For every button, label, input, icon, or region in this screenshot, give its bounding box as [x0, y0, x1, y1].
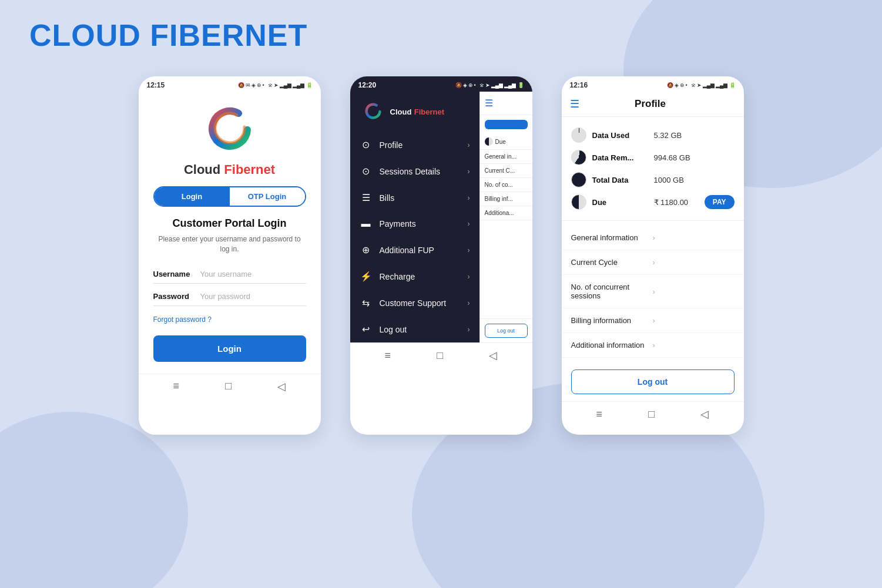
arrow-additional-info: ›	[653, 341, 735, 350]
peek-blue-btn[interactable]	[485, 120, 528, 129]
stat-value-due: ₹ 1180.00	[654, 198, 699, 207]
menu-item-current-cycle[interactable]: Current Cycle ›	[562, 250, 744, 275]
menu-arrow-fup: ›	[468, 246, 470, 254]
menu-arrow-profile: ›	[468, 141, 470, 149]
logout-icon: ↩	[360, 324, 373, 335]
peek-additional-row[interactable]: Additiona...	[480, 206, 532, 220]
menu-brand: Cloud Fibernet	[390, 106, 445, 117]
data-stats: Data Used 5.32 GB Data Rem... 994.68 GB …	[562, 117, 744, 221]
menu-label-payments: Payments	[380, 219, 461, 229]
tab-otp-login[interactable]: OTP Login	[230, 187, 305, 206]
menu-arrow-support: ›	[468, 299, 470, 307]
menu-item-concurrent-sessions[interactable]: No. of concurrent sessions ›	[562, 275, 744, 308]
fup-icon: ⊕	[360, 244, 373, 256]
bills-icon: ☰	[360, 192, 373, 203]
menu-item-payments[interactable]: ▬ Payments ›	[350, 211, 479, 237]
username-input[interactable]: Your username	[200, 270, 252, 278]
menu-arrow-bills: ›	[468, 194, 470, 202]
stat-label-due: Due	[592, 198, 648, 207]
password-input[interactable]: Your password	[200, 292, 251, 301]
label-additional-info: Additional information	[571, 341, 653, 350]
login-button[interactable]: Login	[153, 335, 306, 362]
menu-label-fup: Additional FUP	[380, 246, 461, 255]
nav-back-2[interactable]: ◁	[489, 349, 497, 362]
menu-logo-area: Cloud Fibernet	[350, 92, 479, 132]
status-icons-2: 🔕◈⊕• ※➤ ▂▄▆▂▄▆🔋	[455, 82, 524, 88]
nav-menu-1[interactable]: ≡	[173, 380, 180, 392]
stat-row-due: Due ₹ 1180.00 PAY	[571, 191, 735, 213]
pay-button[interactable]: PAY	[705, 195, 735, 209]
stat-value-used: 5.32 GB	[654, 131, 735, 140]
phone-profile: 12:16 🔕◈⊕• ※➤ ▂▄▆▂▄▆🔋 ☰ Profile Data Use…	[562, 76, 744, 435]
peek-logout-btn[interactable]: Log out	[485, 324, 528, 338]
menu-item-logout[interactable]: ↩ Log out ›	[350, 316, 479, 342]
menu-item-profile[interactable]: ⊙ Profile ›	[350, 132, 479, 158]
phone-menu: 12:20 🔕◈⊕• ※➤ ▂▄▆▂▄▆🔋	[350, 76, 532, 435]
stat-row-used: Data Used 5.32 GB	[571, 124, 735, 146]
menu-item-additional-info[interactable]: Additional information ›	[562, 333, 744, 358]
profile-header: ☰ Profile	[562, 92, 744, 117]
menu-label-sessions: Sessions Details	[380, 167, 461, 176]
menu-item-bills[interactable]: ☰ Bills ›	[350, 184, 479, 211]
menu-item-recharge[interactable]: ⚡ Recharge ›	[350, 263, 479, 290]
menu-label-logout: Log out	[380, 325, 461, 334]
profile-menu-icon[interactable]: ☰	[570, 98, 579, 110]
menu-items-list: ⊙ Profile › ⊙ Sessions Details › ☰ Bills	[350, 132, 479, 342]
portal-subtitle: Please enter your username and password …	[153, 234, 306, 254]
profile-icon: ⊙	[360, 139, 373, 150]
menu-body: Cloud Fibernet ⊙ Profile › ⊙ S	[350, 92, 532, 342]
nav-home-3[interactable]: □	[648, 408, 655, 421]
stat-label-total: Total Data	[592, 176, 648, 184]
arrow-billing-info: ›	[653, 316, 735, 325]
login-tabs: Login OTP Login	[153, 186, 306, 207]
peek-logout-area: Log out	[480, 318, 532, 342]
label-billing-info: Billing information	[571, 316, 653, 325]
stat-icon-rem	[571, 150, 586, 165]
peek-general-row[interactable]: General in...	[480, 150, 532, 164]
peek-sessions-row[interactable]: No. of co...	[480, 178, 532, 192]
status-bar-1: 12:15 🔕✉◈⊕• ※➤ ▂▄▆▂▄▆🔋	[139, 76, 321, 92]
arrow-current-cycle: ›	[653, 258, 735, 267]
profile-menu-list: General information › Current Cycle › No…	[562, 221, 744, 362]
nav-back-1[interactable]: ◁	[277, 380, 286, 393]
status-icons-1: 🔕✉◈⊕• ※➤ ▂▄▆▂▄▆🔋	[238, 82, 313, 88]
nav-back-3[interactable]: ◁	[700, 408, 709, 421]
tab-login[interactable]: Login	[155, 187, 230, 206]
time-2: 12:20	[358, 81, 377, 89]
menu-arrow-recharge: ›	[468, 273, 470, 281]
menu-item-billing-info[interactable]: Billing information ›	[562, 308, 744, 333]
password-row: Password Your password	[153, 287, 306, 306]
recharge-icon: ⚡	[360, 271, 373, 282]
peek-menu-icon: ☰	[480, 92, 532, 115]
login-screen: Cloud Fibernet Login OTP Login Customer …	[139, 92, 321, 374]
nav-menu-3[interactable]: ≡	[596, 408, 603, 421]
peek-current-row[interactable]: Current C...	[480, 164, 532, 178]
menu-item-general-info[interactable]: General information ›	[562, 226, 744, 250]
menu-item-support[interactable]: ⇆ Customer Support ›	[350, 290, 479, 316]
nav-home-2[interactable]: □	[437, 350, 443, 362]
peek-billing-row[interactable]: Billing inf...	[480, 192, 532, 206]
arrow-concurrent-sessions: ›	[653, 287, 735, 296]
portal-title: Customer Portal Login	[172, 217, 286, 230]
username-row: Username Your username	[153, 265, 306, 284]
nav-bar-1: ≡ □ ◁	[139, 374, 321, 399]
stat-value-rem: 994.68 GB	[654, 153, 735, 162]
forgot-password-link[interactable]: Forgot password ?	[153, 315, 212, 324]
app-title: CLOUD FIBERNET	[29, 18, 853, 53]
menu-arrow-payments: ›	[468, 220, 470, 228]
nav-menu-2[interactable]: ≡	[385, 350, 391, 362]
nav-home-1[interactable]: □	[225, 380, 232, 392]
login-logo	[200, 100, 259, 159]
stat-icon-due	[571, 194, 586, 210]
time-3: 12:16	[570, 81, 588, 89]
support-icon: ⇆	[360, 297, 373, 308]
time-1: 12:15	[147, 81, 165, 89]
menu-item-fup[interactable]: ⊕ Additional FUP ›	[350, 237, 479, 263]
status-bar-2: 12:20 🔕◈⊕• ※➤ ▂▄▆▂▄▆🔋	[350, 76, 532, 92]
nav-bar-3: ≡ □ ◁	[562, 401, 744, 426]
menu-item-sessions[interactable]: ⊙ Sessions Details ›	[350, 158, 479, 184]
password-label: Password	[153, 292, 200, 301]
stat-icon-total	[571, 172, 586, 187]
stat-row-rem: Data Rem... 994.68 GB	[571, 146, 735, 169]
logout-button[interactable]: Log out	[571, 369, 735, 394]
